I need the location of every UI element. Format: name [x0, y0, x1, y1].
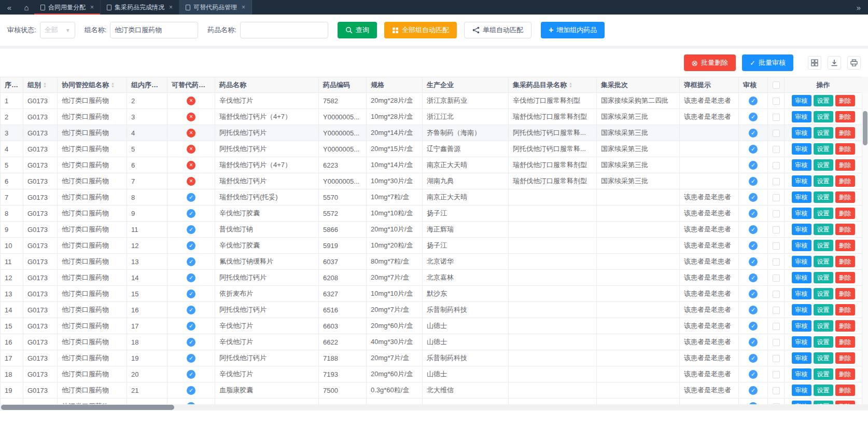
horizontal-scrollbar-thumb[interactable] [1, 405, 174, 410]
row-setting-button[interactable]: 设置 [814, 368, 833, 380]
batch-delete-button[interactable]: ⊗ 批量删除 [684, 54, 736, 71]
select-all-checkbox[interactable] [773, 81, 780, 89]
row-delete-button[interactable]: 删除 [835, 191, 855, 203]
row-checkbox[interactable] [773, 355, 780, 362]
drug-name-input[interactable] [240, 22, 328, 38]
close-icon[interactable]: × [242, 4, 245, 11]
row-checkbox[interactable] [773, 323, 780, 330]
tabs-scroll-left-icon[interactable]: « [0, 0, 19, 15]
row-review-button[interactable]: 审核 [792, 401, 811, 404]
group-name-input[interactable] [110, 22, 198, 38]
tab-procurement-completion[interactable]: 集采药品完成情况 × [101, 0, 179, 15]
row-setting-button[interactable]: 设置 [814, 111, 833, 122]
home-icon[interactable]: ⌂ [19, 0, 34, 15]
row-review-button[interactable]: 审核 [792, 175, 811, 187]
row-checkbox[interactable] [773, 307, 780, 314]
row-setting-button[interactable]: 设置 [814, 224, 833, 235]
row-review-button[interactable]: 审核 [792, 272, 811, 283]
row-checkbox[interactable] [773, 275, 780, 282]
sort-icon[interactable]: ▲▼ [160, 82, 164, 88]
row-delete-button[interactable]: 删除 [835, 352, 855, 364]
row-delete-button[interactable]: 删除 [835, 127, 855, 139]
row-review-button[interactable]: 审核 [792, 288, 811, 299]
row-setting-button[interactable]: 设置 [814, 320, 833, 332]
row-checkbox[interactable] [773, 178, 780, 185]
row-setting-button[interactable]: 设置 [814, 352, 833, 364]
row-review-button[interactable]: 审核 [792, 224, 811, 235]
sort-icon[interactable]: ▲▼ [111, 82, 115, 88]
row-setting-button[interactable]: 设置 [814, 272, 833, 283]
sort-icon[interactable]: ▲▼ [43, 82, 47, 88]
print-button[interactable] [847, 56, 861, 70]
vertical-scrollbar-thumb[interactable] [863, 111, 867, 145]
row-review-button[interactable]: 审核 [792, 336, 811, 348]
close-icon[interactable]: × [90, 4, 94, 11]
search-button[interactable]: 查询 [338, 22, 377, 38]
row-delete-button[interactable]: 删除 [835, 159, 855, 171]
row-review-button[interactable]: 审核 [792, 240, 811, 251]
row-delete-button[interactable]: 删除 [835, 208, 855, 219]
row-setting-button[interactable]: 设置 [814, 95, 833, 106]
row-checkbox[interactable] [773, 258, 780, 266]
column-header-group_name[interactable]: 协同管控组名称▲▼ [58, 77, 127, 93]
row-delete-button[interactable]: 删除 [835, 288, 855, 299]
row-delete-button[interactable]: 删除 [835, 256, 855, 267]
row-setting-button[interactable]: 设置 [814, 401, 833, 404]
tab-replaceable-drug-management[interactable]: 可替代药品管理 × [179, 0, 252, 15]
row-review-button[interactable]: 审核 [792, 159, 811, 171]
row-checkbox[interactable] [773, 291, 780, 298]
row-setting-button[interactable]: 设置 [814, 336, 833, 348]
row-checkbox[interactable] [773, 339, 780, 346]
row-setting-button[interactable]: 设置 [814, 288, 833, 299]
horizontal-scrollbar[interactable] [0, 404, 868, 410]
row-checkbox[interactable] [773, 226, 780, 234]
vertical-scrollbar[interactable] [862, 92, 868, 404]
row-delete-button[interactable]: 删除 [835, 143, 855, 155]
row-checkbox[interactable] [773, 162, 780, 169]
row-delete-button[interactable]: 删除 [835, 111, 855, 122]
sort-icon[interactable]: ▲▼ [20, 82, 23, 88]
row-checkbox[interactable] [773, 98, 780, 105]
tabs-scroll-right-icon[interactable]: » [849, 0, 868, 15]
row-delete-button[interactable]: 删除 [835, 95, 855, 106]
row-delete-button[interactable]: 删除 [835, 304, 855, 315]
row-review-button[interactable]: 审核 [792, 256, 811, 267]
download-button[interactable] [828, 56, 841, 70]
row-delete-button[interactable]: 删除 [835, 336, 855, 348]
row-review-button[interactable]: 审核 [792, 95, 811, 106]
row-review-button[interactable]: 审核 [792, 127, 811, 139]
row-checkbox[interactable] [773, 210, 780, 217]
row-review-button[interactable]: 审核 [792, 352, 811, 364]
row-checkbox[interactable] [773, 130, 780, 137]
row-setting-button[interactable]: 设置 [814, 208, 833, 219]
row-setting-button[interactable]: 设置 [814, 191, 833, 203]
column-header-group[interactable]: 组别▲▼ [23, 77, 58, 93]
row-checkbox[interactable] [773, 114, 780, 121]
match-all-groups-button[interactable]: 全部组自动匹配 [384, 22, 457, 38]
row-setting-button[interactable]: 设置 [814, 143, 833, 155]
row-review-button[interactable]: 审核 [792, 143, 811, 155]
column-settings-button[interactable] [808, 56, 821, 70]
row-setting-button[interactable]: 设置 [814, 159, 833, 171]
row-setting-button[interactable]: 设置 [814, 127, 833, 139]
row-checkbox[interactable] [773, 194, 780, 201]
row-setting-button[interactable]: 设置 [814, 256, 833, 267]
row-delete-button[interactable]: 删除 [835, 320, 855, 332]
sort-icon[interactable]: ▲▼ [569, 82, 572, 88]
row-review-button[interactable]: 审核 [792, 111, 811, 122]
row-checkbox[interactable] [773, 242, 780, 250]
column-header-replaceable[interactable]: 可替代药品▲▼ [167, 77, 215, 93]
row-setting-button[interactable]: 设置 [814, 385, 833, 396]
row-setting-button[interactable]: 设置 [814, 240, 833, 251]
row-delete-button[interactable]: 删除 [835, 240, 855, 251]
row-delete-button[interactable]: 删除 [835, 368, 855, 380]
batch-review-button[interactable]: ✓ 批量审核 [742, 54, 793, 71]
add-group-drug-button[interactable]: + 增加组内药品 [541, 22, 605, 38]
row-delete-button[interactable]: 删除 [835, 224, 855, 235]
sort-icon[interactable]: ▲▼ [207, 82, 211, 88]
column-header-inner_seq[interactable]: 组内序号▲▼ [127, 77, 167, 93]
column-header-seq[interactable]: 序号▲▼ [1, 77, 23, 93]
row-delete-button[interactable]: 删除 [835, 401, 855, 404]
row-delete-button[interactable]: 删除 [835, 272, 855, 283]
status-select[interactable]: 全部 ▼ [40, 22, 75, 38]
